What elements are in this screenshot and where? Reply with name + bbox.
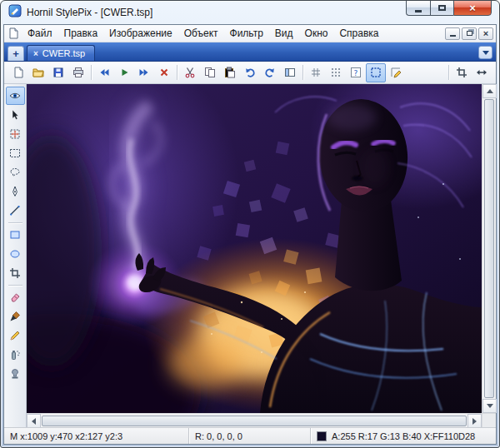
canvas[interactable]: [27, 84, 482, 413]
snap-grid-icon: [310, 67, 322, 78]
tool-lasso[interactable]: [6, 163, 25, 182]
pencil-icon: [9, 330, 21, 341]
show-selection-button[interactable]: [366, 63, 386, 82]
toolbar-separator: [177, 65, 178, 80]
tab-cwer[interactable]: × CWER.tsp: [27, 45, 95, 61]
tool-clone-stamp[interactable]: [6, 365, 25, 383]
mdi-restore-button[interactable]: [462, 27, 477, 40]
copy-button[interactable]: [200, 63, 220, 82]
scroll-right-button[interactable]: [468, 414, 482, 428]
mdi-minimize-button[interactable]: [445, 27, 460, 40]
horizontal-scrollbar[interactable]: [27, 413, 482, 427]
chevron-down-icon: [482, 51, 489, 55]
eye-icon: [9, 90, 21, 102]
snap-hint-button[interactable]: ?: [346, 63, 366, 82]
history-forward-button[interactable]: [134, 63, 154, 82]
mdi-restore-icon: [467, 31, 472, 36]
paste-button[interactable]: [220, 63, 240, 82]
guides-pen-button[interactable]: [386, 63, 406, 82]
vertical-scroll-thumb[interactable]: [484, 99, 494, 398]
tool-palette: [4, 84, 27, 427]
selection-info: R: 0, 0, 0, 0: [195, 431, 242, 441]
snap-grid-button[interactable]: [306, 63, 326, 82]
grid-dots-button[interactable]: [326, 63, 346, 82]
menu-help[interactable]: Справка: [333, 26, 384, 41]
menu-view[interactable]: Вид: [269, 26, 299, 41]
arrow-right-icon: [472, 418, 477, 425]
pen-nib-icon: [9, 186, 21, 197]
tab-close-icon[interactable]: ×: [33, 49, 38, 58]
titlebar[interactable]: Hornil StylePix - [CWER.tsp] ×: [1, 1, 499, 24]
redo-button[interactable]: [260, 63, 280, 82]
menu-object[interactable]: Объект: [178, 26, 224, 41]
tool-airbrush[interactable]: [6, 346, 25, 364]
minimize-button[interactable]: [406, 0, 430, 16]
undo-button[interactable]: [240, 63, 260, 82]
cut-button[interactable]: [180, 63, 200, 82]
palette-separator: [8, 285, 22, 286]
maximize-button[interactable]: [430, 0, 453, 16]
menubar: Файл Правка Изображение Объект Фильтр Ви…: [4, 25, 496, 42]
crop-button[interactable]: [452, 63, 472, 82]
panels-button[interactable]: [280, 63, 300, 82]
tool-transform[interactable]: [6, 125, 25, 143]
scrollbar-corner: [482, 413, 496, 427]
guides-pen-icon: [390, 67, 402, 78]
menu-edit[interactable]: Правка: [58, 26, 104, 41]
new-document-button[interactable]: [8, 63, 28, 82]
history-play-button[interactable]: [114, 63, 134, 82]
close-button[interactable]: ×: [453, 0, 492, 16]
snap-hint-icon: ?: [350, 67, 362, 78]
tool-pen-path[interactable]: [6, 182, 25, 201]
vertical-scrollbar[interactable]: [482, 84, 496, 413]
tool-crop[interactable]: [6, 264, 25, 282]
close-icon: ×: [469, 2, 476, 13]
stop-x-icon: [158, 67, 170, 78]
window-title: Hornil StylePix - [CWER.tsp]: [27, 7, 152, 18]
tool-shape-rect[interactable]: [6, 226, 25, 244]
menu-filter[interactable]: Фильтр: [224, 26, 269, 41]
history-stop-button[interactable]: [154, 63, 174, 82]
print-button[interactable]: [68, 63, 88, 82]
pixel-color-swatch: [317, 431, 327, 441]
tool-select[interactable]: [6, 106, 25, 124]
artwork-image: [27, 84, 482, 413]
horizontal-scroll-track[interactable]: [41, 414, 468, 427]
tool-preview[interactable]: [6, 87, 25, 105]
mdi-minimize-icon: [450, 35, 456, 37]
canvas-container: [27, 84, 496, 427]
scissors-icon: [184, 67, 196, 78]
mdi-window-controls: ×: [445, 27, 493, 40]
status-selection-section: R: 0, 0, 0, 0: [189, 428, 311, 444]
scroll-down-button[interactable]: [482, 399, 497, 413]
scroll-left-button[interactable]: [27, 414, 41, 428]
palette-separator: [8, 222, 22, 223]
tab-list-dropdown-button[interactable]: [478, 46, 492, 59]
tool-eraser[interactable]: [6, 288, 25, 306]
menu-window[interactable]: Окно: [299, 26, 334, 41]
save-button[interactable]: [48, 63, 68, 82]
grid-dots-icon: [330, 67, 342, 78]
new-tab-button[interactable]: +: [8, 46, 24, 61]
open-button[interactable]: [28, 63, 48, 82]
tool-line[interactable]: [6, 202, 25, 220]
ellipse-shape-icon: [9, 248, 21, 260]
marquee-icon: [9, 147, 21, 159]
mdi-close-button[interactable]: ×: [478, 27, 493, 40]
copy-icon: [204, 67, 216, 78]
arrow-down-icon: [487, 404, 493, 408]
tool-pencil[interactable]: [6, 326, 25, 345]
horizontal-scroll-thumb[interactable]: [42, 416, 467, 426]
tool-shape-ellipse[interactable]: [6, 245, 25, 263]
history-rewind-button[interactable]: [94, 63, 114, 82]
selection-border-icon: [370, 67, 382, 78]
transform-icon: [9, 128, 21, 140]
fit-width-button[interactable]: [472, 63, 492, 82]
menu-file[interactable]: Файл: [22, 26, 58, 41]
tool-brush[interactable]: [6, 307, 25, 326]
scroll-up-button[interactable]: [482, 84, 497, 98]
clone-stamp-icon: [9, 368, 21, 380]
vertical-scroll-track[interactable]: [482, 98, 496, 399]
tool-rect-select[interactable]: [6, 144, 25, 162]
menu-image[interactable]: Изображение: [103, 26, 178, 41]
